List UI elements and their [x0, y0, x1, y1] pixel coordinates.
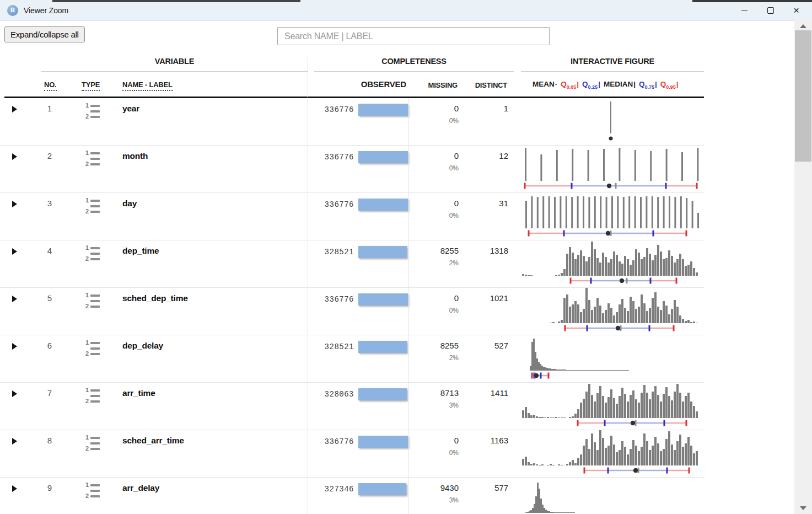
expand-row-button[interactable]	[12, 248, 17, 255]
observed-count: 328521	[308, 341, 354, 382]
missing-count: 0	[454, 104, 459, 114]
missing-count: 8713	[440, 388, 459, 398]
distinct-count: 1318	[459, 240, 508, 287]
table-row: 3 1 2 day 336776 0 0% 31	[0, 193, 704, 240]
observed-count: 336776	[308, 293, 354, 335]
variables-table: VARIABLE COMPLETENESS INTERACTIVE FIGURE…	[0, 55, 794, 514]
observed-count: 336776	[308, 199, 354, 240]
figure-legend: MEAN·Q0.05|Q0.25|MEDIAN|Q0.75|Q0.95|	[533, 80, 682, 90]
background-window-edge	[52, 0, 300, 2]
observed-bar	[358, 436, 408, 448]
missing-count: 8255	[440, 341, 459, 351]
expand-row-button[interactable]	[12, 438, 17, 445]
missing-count: 9430	[440, 483, 459, 493]
group-underline	[521, 71, 704, 72]
variable-name: dep_delay	[122, 335, 308, 382]
column-header-distinct: DISTINCT	[459, 81, 507, 89]
observed-bar	[358, 483, 406, 495]
numeric-type-icon: 1 2	[84, 388, 100, 404]
missing-percent: 2%	[449, 259, 459, 267]
column-separator	[308, 55, 308, 514]
group-header-variable: VARIABLE	[41, 57, 308, 66]
figure-plot[interactable]	[521, 240, 704, 287]
figure-plot[interactable]	[521, 146, 704, 192]
distinct-count: 12	[459, 146, 508, 192]
observed-count: 336776	[308, 104, 354, 145]
close-icon: ✕	[793, 7, 800, 14]
vertical-scrollbar[interactable]	[794, 20, 812, 514]
window-title: Viewer Zoom	[24, 6, 68, 15]
row-number: 3	[25, 193, 54, 240]
up-triangle-icon	[800, 24, 806, 28]
expand-row-button[interactable]	[12, 296, 17, 302]
table-row: 5 1 2 sched_dep_time 336776 0 0% 1021	[0, 288, 704, 335]
group-underline	[314, 71, 514, 72]
numeric-type-icon: 1 2	[84, 151, 100, 167]
down-triangle-icon	[800, 506, 806, 510]
table-body: 1 1 2 year 336776 0 0% 1 2 1 2	[0, 98, 794, 514]
table-row: 4 1 2 dep_time 328521 8255 2% 1318	[0, 240, 704, 288]
figure-plot[interactable]	[521, 335, 704, 382]
numeric-type-icon: 1 2	[84, 435, 100, 451]
expand-row-button[interactable]	[12, 106, 17, 113]
figure-plot[interactable]	[521, 430, 704, 476]
distinct-count: 527	[459, 335, 508, 382]
column-header-missing: MISSING	[408, 81, 458, 89]
column-header-no: NO.	[44, 81, 57, 91]
missing-percent: 0%	[449, 164, 459, 172]
observed-count: 327346	[308, 483, 354, 514]
distinct-count: 1411	[459, 383, 508, 430]
distinct-count: 31	[459, 193, 508, 240]
expand-row-button[interactable]	[12, 485, 17, 492]
legend-item: MEAN·	[533, 80, 557, 88]
observed-bar	[358, 151, 408, 163]
expand-row-button[interactable]	[12, 343, 17, 350]
numeric-type-icon: 1 2	[84, 483, 100, 499]
missing-percent: 0%	[449, 449, 459, 457]
column-header-observed: OBSERVED	[309, 79, 406, 89]
figure-plot[interactable]	[521, 288, 704, 334]
figure-plot[interactable]	[521, 193, 704, 239]
variable-name: arr_time	[122, 383, 308, 430]
expand-collapse-all-button[interactable]: Expand/collapse all	[4, 26, 85, 42]
observed-bar	[358, 199, 408, 211]
missing-percent: 0%	[449, 212, 459, 219]
distinct-count: 1163	[459, 430, 508, 477]
legend-item: MEDIAN|	[604, 80, 636, 88]
maximize-button[interactable]	[757, 0, 783, 20]
figure-plot[interactable]	[521, 98, 704, 144]
figure-plot[interactable]	[521, 478, 704, 514]
r-logo-icon: R	[7, 5, 18, 16]
missing-percent: 3%	[449, 496, 459, 504]
scrollbar-up-arrow[interactable]	[794, 22, 812, 31]
minimize-button[interactable]	[732, 0, 757, 20]
expand-row-button[interactable]	[12, 153, 17, 160]
numeric-type-icon: 1 2	[84, 340, 100, 356]
legend-item: Q0.25|	[582, 80, 600, 88]
table-row: 9 1 2 arr_delay 327346 9430 3% 577	[0, 478, 704, 514]
expand-row-button[interactable]	[12, 201, 17, 207]
legend-item: Q0.05|	[561, 80, 579, 88]
missing-count: 8255	[440, 246, 459, 256]
numeric-type-icon: 1 2	[84, 245, 100, 261]
scrollbar-thumb[interactable]	[795, 30, 811, 162]
missing-count: 0	[454, 293, 459, 303]
table-header: VARIABLE COMPLETENESS INTERACTIVE FIGURE…	[0, 55, 794, 98]
expand-row-button[interactable]	[12, 390, 17, 397]
row-number: 1	[25, 98, 54, 145]
scrollbar-down-arrow[interactable]	[794, 504, 812, 513]
search-input[interactable]	[277, 27, 550, 45]
table-row: 7 1 2 arr_time 328063 8713 3% 1411	[0, 383, 704, 430]
observed-bar	[358, 104, 408, 116]
observed-count: 328063	[308, 388, 354, 430]
table-row: 2 1 2 month 336776 0 0% 12	[0, 146, 704, 193]
close-button[interactable]: ✕	[783, 0, 809, 20]
minimize-icon	[741, 10, 748, 10]
figure-plot[interactable]	[521, 383, 704, 429]
background-window-edge	[692, 0, 812, 2]
missing-count: 0	[454, 151, 459, 161]
table-row: 8 1 2 sched_arr_time 336776 0 0% 1163	[0, 430, 704, 478]
missing-count: 0	[454, 199, 459, 208]
group-underline	[41, 71, 308, 72]
row-number: 8	[25, 430, 54, 477]
